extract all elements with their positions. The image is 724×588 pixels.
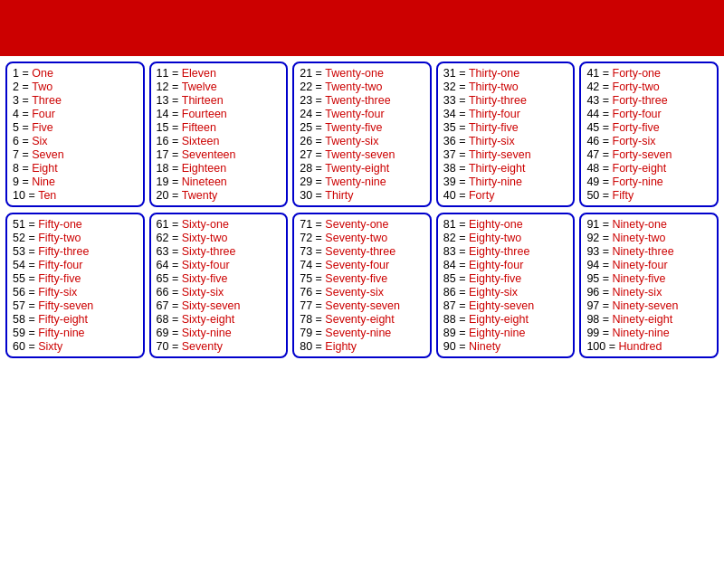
number-name: Thirty-seven [469, 148, 531, 161]
number: 10 [13, 189, 25, 202]
list-item: 44 = Forty-four [586, 108, 711, 120]
number: 15 [157, 121, 169, 134]
list-item: 16 = Sixteen [157, 135, 281, 147]
list-item: 17 = Seventeen [157, 148, 281, 161]
number-name: Forty-six [613, 135, 656, 147]
list-item: 30 = Thirty [300, 189, 424, 202]
number-name: Five [32, 121, 53, 134]
number-name: Two [32, 81, 52, 93]
list-item: 88 = Eighty-eight [443, 313, 568, 326]
number-name: Forty-one [613, 67, 662, 80]
number-name: Sixty-nine [182, 327, 232, 339]
list-item: 67 = Sixty-seven [157, 299, 281, 312]
number: 26 [300, 135, 312, 147]
number-name: Eight [32, 162, 58, 175]
list-item: 59 = Fifty-nine [13, 327, 138, 339]
list-item: 69 = Sixty-nine [157, 327, 281, 339]
list-item: 53 = Fifty-three [13, 245, 138, 258]
list-item: 54 = Fifty-four [13, 259, 138, 271]
list-item: 50 = Fifty [586, 189, 711, 202]
number: 29 [300, 175, 312, 188]
number: 90 [443, 340, 456, 353]
number: 33 [443, 94, 456, 107]
number-name: Forty-two [613, 81, 660, 93]
number-name: Ninety-nine [613, 327, 670, 339]
number-name: Sixty-seven [182, 299, 241, 312]
number-name: Ten [38, 189, 56, 202]
number-name: Forty-four [613, 108, 662, 120]
list-item: 23 = Twenty-three [300, 94, 424, 107]
list-item: 36 = Thirty-six [443, 135, 568, 147]
list-item: 46 = Forty-six [586, 135, 711, 147]
number: 47 [586, 148, 599, 161]
number-name: Fifty-eight [38, 313, 88, 326]
list-item: 52 = Fifty-two [13, 232, 138, 244]
list-item: 70 = Seventy [157, 340, 281, 353]
number: 52 [13, 232, 25, 244]
number-name: Fifty-three [38, 245, 89, 258]
list-item: 25 = Twenty-five [300, 121, 424, 134]
number-name: Twenty-three [325, 94, 390, 107]
number: 89 [443, 327, 456, 339]
number: 13 [157, 94, 169, 107]
list-item: 85 = Eighty-five [443, 272, 568, 285]
number: 24 [300, 108, 312, 120]
number: 43 [586, 94, 599, 107]
number-name: Hundred [618, 340, 662, 353]
number-name: Six [32, 135, 47, 147]
number: 68 [157, 313, 169, 326]
number: 85 [443, 272, 456, 285]
list-item: 21 = Twenty-one [300, 67, 424, 80]
number: 32 [443, 81, 456, 93]
number-name: Fifty-one [38, 218, 82, 231]
number-name: Sixty-six [182, 286, 224, 299]
number-name: Thirty-one [469, 67, 519, 80]
number-name: Thirty-three [469, 94, 527, 107]
number: 56 [13, 286, 25, 299]
number-name: Thirty-four [469, 108, 520, 120]
number-name: Seventy-four [325, 259, 389, 271]
list-item: 62 = Sixty-two [157, 232, 281, 244]
list-item: 14 = Fourteen [157, 108, 281, 120]
number-name: Eighty [325, 340, 357, 353]
list-item: 10 = Ten [13, 189, 138, 202]
number: 22 [300, 81, 312, 93]
list-item: 75 = Seventy-five [300, 272, 424, 285]
number: 65 [157, 272, 169, 285]
number-name: Ninety-six [613, 286, 662, 299]
number-name: Eighty-nine [469, 327, 526, 339]
number-name: Nine [32, 175, 55, 188]
number: 93 [586, 245, 599, 258]
number: 94 [586, 259, 599, 271]
list-item: 33 = Thirty-three [443, 94, 568, 107]
list-item: 34 = Thirty-four [443, 108, 568, 120]
number: 97 [586, 299, 599, 312]
list-item: 93 = Ninety-three [586, 245, 711, 258]
number-name: Forty [469, 189, 494, 202]
number: 5 [13, 121, 19, 134]
number-name: Fifty-nine [38, 327, 84, 339]
number: 72 [300, 232, 312, 244]
list-item: 98 = Ninety-eight [586, 313, 711, 326]
list-item: 57 = Fifty-seven [13, 299, 138, 312]
number-name: Thirty-two [469, 81, 519, 93]
number-name: Twenty-six [325, 135, 378, 147]
number-name: Twelve [182, 81, 217, 93]
number: 96 [586, 286, 599, 299]
number: 44 [586, 108, 599, 120]
list-item: 91 = Ninety-one [586, 218, 711, 231]
list-item: 60 = Sixty [13, 340, 138, 353]
number-name: Four [32, 108, 55, 120]
list-item: 40 = Forty [443, 189, 568, 202]
list-item: 74 = Seventy-four [300, 259, 424, 271]
list-item: 2 = Two [13, 81, 138, 93]
list-item: 29 = Twenty-nine [300, 175, 424, 188]
list-item: 8 = Eight [13, 162, 138, 175]
number: 2 [13, 81, 19, 93]
number: 80 [300, 340, 312, 353]
list-item: 48 = Forty-eight [586, 162, 711, 175]
number: 77 [300, 299, 312, 312]
list-item: 87 = Eighty-seven [443, 299, 568, 312]
list-item: 4 = Four [13, 108, 138, 120]
number: 41 [586, 67, 599, 80]
